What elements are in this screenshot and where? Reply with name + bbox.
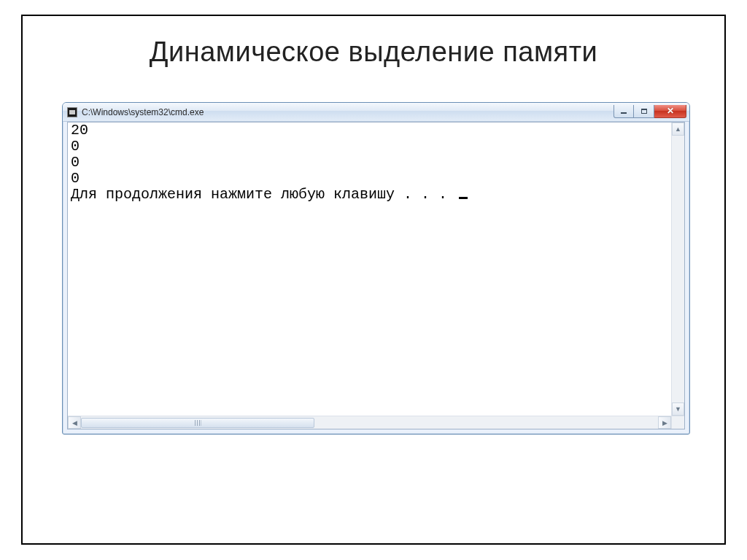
console-line: 0 [71, 155, 668, 171]
vertical-scrollbar[interactable]: ▲ ▼ [671, 122, 684, 416]
scroll-thumb[interactable] [81, 418, 314, 428]
console-output[interactable]: 20 0 0 0 Для продолжения нажмите любую к… [68, 122, 671, 416]
cmd-window: C:\Windows\system32\cmd.exe ✕ 20 0 0 0 Д… [62, 102, 690, 435]
maximize-icon [641, 109, 647, 114]
horizontal-scrollbar[interactable]: ◀ ▶ [68, 416, 671, 429]
scroll-grip-icon [195, 420, 201, 426]
scroll-down-button[interactable]: ▼ [672, 402, 684, 416]
minimize-button[interactable] [614, 105, 634, 118]
cursor-icon [459, 197, 468, 199]
scroll-right-button[interactable]: ▶ [658, 416, 671, 429]
scrollbar-corner [671, 416, 684, 429]
console-line: 20 [71, 122, 668, 139]
scroll-up-button[interactable]: ▲ [672, 122, 684, 136]
close-button[interactable]: ✕ [654, 105, 686, 118]
maximize-button[interactable] [634, 105, 654, 118]
cmd-icon [67, 107, 77, 117]
console-prompt-line: Для продолжения нажмите любую клавишу . … [71, 187, 668, 203]
console-line: 0 [71, 171, 668, 187]
scroll-left-button[interactable]: ◀ [68, 416, 81, 429]
client-area: 20 0 0 0 Для продолжения нажмите любую к… [67, 122, 685, 429]
window-buttons: ✕ [614, 105, 686, 118]
minimize-icon [621, 112, 627, 114]
slide-title: Динамическое выделение памяти [23, 36, 724, 68]
console-line: 0 [71, 139, 668, 155]
titlebar[interactable]: C:\Windows\system32\cmd.exe ✕ [63, 103, 689, 122]
console-prompt: Для продолжения нажмите любую клавишу . … [71, 186, 456, 203]
close-icon: ✕ [667, 106, 674, 116]
slide-frame: Динамическое выделение памяти C:\Windows… [21, 15, 726, 545]
window-title: C:\Windows\system32\cmd.exe [82, 107, 614, 117]
